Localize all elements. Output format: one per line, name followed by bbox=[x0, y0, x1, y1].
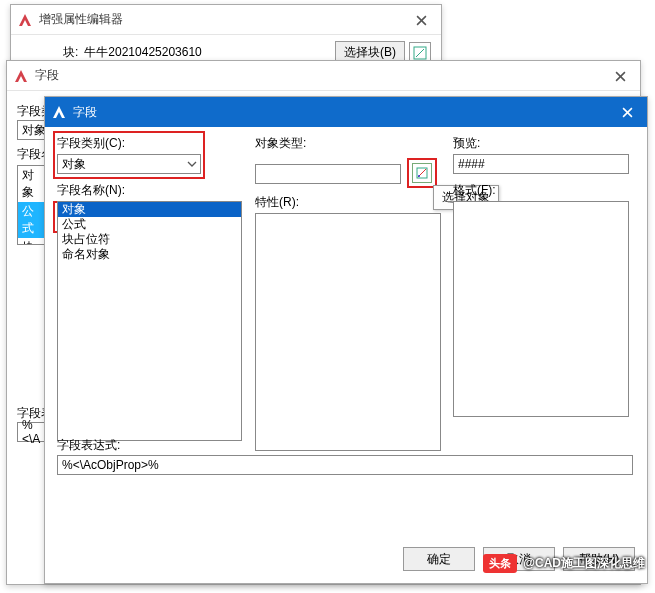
titlebar[interactable]: 字段 bbox=[45, 97, 647, 127]
combo-value: 对象 bbox=[62, 156, 86, 173]
expr-value: %<\AcObjProp>% bbox=[62, 458, 159, 472]
app-icon bbox=[17, 12, 33, 28]
property-label: 特性(R): bbox=[255, 194, 443, 211]
help-button[interactable]: 帮助(H) bbox=[563, 547, 635, 571]
preview-label: 预览: bbox=[453, 135, 631, 152]
field-expr-label: 字段表达式: bbox=[57, 437, 120, 454]
field-expr-box: %<\A bbox=[17, 422, 47, 442]
preview-field: #### bbox=[453, 154, 629, 174]
svg-point-2 bbox=[418, 175, 420, 177]
preview-value: #### bbox=[458, 157, 485, 171]
select-object-button[interactable] bbox=[407, 158, 437, 188]
field-category-combo[interactable]: 对象 bbox=[57, 154, 201, 174]
object-type-field bbox=[255, 164, 401, 184]
field-name-label: 字段名称(N): bbox=[57, 182, 245, 199]
app-icon bbox=[13, 68, 29, 84]
close-button[interactable] bbox=[401, 5, 441, 35]
field-category-label: 字段类别(C): bbox=[57, 135, 245, 152]
close-button[interactable] bbox=[600, 61, 640, 91]
window-title: 字段 bbox=[35, 67, 59, 84]
titlebar[interactable]: 增强属性编辑器 bbox=[11, 5, 441, 35]
app-icon bbox=[51, 104, 67, 120]
block-value: 牛牛20210425203610 bbox=[84, 44, 201, 61]
object-type-label: 对象类型: bbox=[255, 135, 443, 152]
titlebar[interactable]: 字段 bbox=[7, 61, 640, 91]
list-item-block-placeholder[interactable]: 块占位符 bbox=[58, 232, 241, 247]
list-item-object[interactable]: 对象 bbox=[58, 202, 241, 217]
select-object-icon bbox=[412, 163, 432, 183]
window-title: 字段 bbox=[73, 104, 97, 121]
block-label: 块: bbox=[63, 44, 78, 61]
field-name-list[interactable]: 对象 公式 块占位符 命名对象 bbox=[57, 201, 242, 441]
combo-value: 对象 bbox=[22, 122, 46, 139]
format-list[interactable] bbox=[453, 201, 629, 417]
list-item[interactable]: 块占 bbox=[18, 238, 46, 245]
format-label: 格式(F): bbox=[453, 182, 631, 199]
property-list[interactable] bbox=[255, 213, 441, 451]
list-item[interactable]: 公式 bbox=[18, 202, 46, 238]
list-item-named-object[interactable]: 命名对象 bbox=[58, 247, 241, 262]
close-button[interactable] bbox=[607, 97, 647, 127]
list-item-formula[interactable]: 公式 bbox=[58, 217, 241, 232]
list-item[interactable]: 对象 bbox=[18, 166, 46, 202]
ok-button[interactable]: 确定 bbox=[403, 547, 475, 571]
field-expr-box: %<\AcObjProp>% bbox=[57, 455, 633, 475]
field-dialog-front: 字段 字段类别(C): 对象 字段名称(N): 对象 公式 块占位符 命名对象 bbox=[44, 96, 648, 584]
chevron-down-icon bbox=[187, 158, 197, 172]
cancel-button[interactable]: 取消 bbox=[483, 547, 555, 571]
window-title: 增强属性编辑器 bbox=[39, 11, 123, 28]
field-name-list[interactable]: 对象 公式 块占 命名 bbox=[17, 165, 47, 245]
expr-value: %<\A bbox=[22, 418, 46, 446]
